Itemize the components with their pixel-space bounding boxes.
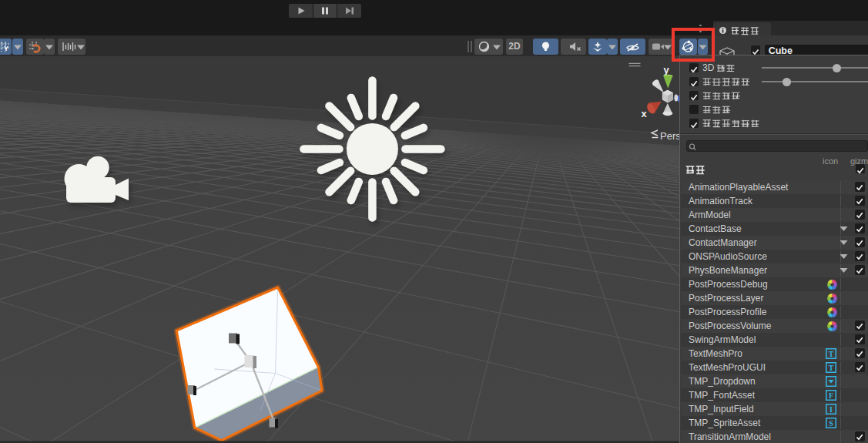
svg-text:T: T: [829, 349, 834, 357]
svg-text:y: y: [664, 64, 670, 76]
svg-text:F: F: [829, 391, 833, 399]
svg-text:T: T: [829, 363, 834, 371]
svg-text:I: I: [829, 404, 833, 413]
svg-text:Y: Y: [4, 45, 8, 52]
svg-text:Pers: Pers: [660, 130, 681, 142]
svg-text:x: x: [642, 108, 648, 119]
svg-text:S: S: [829, 418, 833, 427]
